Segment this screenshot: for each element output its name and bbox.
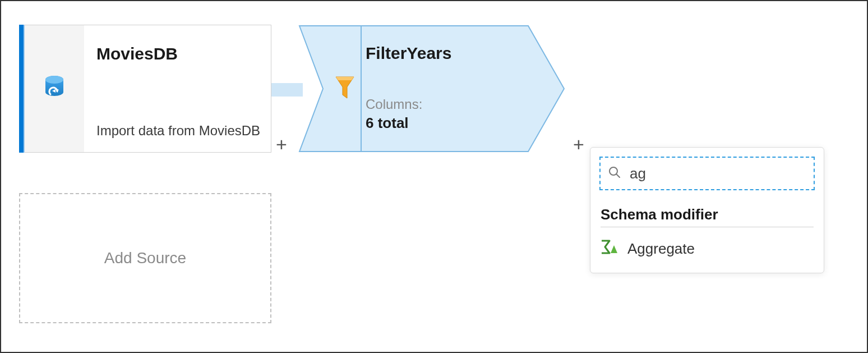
filter-node-body: FilterYears Columns: 6 total [366, 44, 526, 141]
popup-section-header: Schema modifier [601, 206, 814, 223]
aggregate-icon [601, 240, 617, 258]
add-step-after-filter-button[interactable]: + [573, 134, 584, 155]
source-node-handle [19, 25, 25, 153]
filter-columns-total: 6 total [366, 114, 526, 132]
popup-divider [601, 227, 814, 227]
database-source-icon [43, 75, 66, 102]
funnel-icon [335, 76, 355, 102]
popup-item-aggregate[interactable]: Aggregate [599, 235, 815, 263]
source-node-title: MoviesDB [96, 44, 261, 63]
svg-line-5 [616, 174, 620, 177]
filter-node-filteryears[interactable]: FilterYears Columns: 6 total [298, 25, 565, 153]
source-node-icon-column [25, 25, 84, 153]
source-node-moviesdb[interactable]: MoviesDB Import data from MoviesDB [19, 25, 271, 153]
add-transformation-popup: Schema modifier Aggregate [590, 147, 824, 273]
filter-node-title: FilterYears [366, 44, 526, 63]
add-step-after-source-button[interactable]: + [276, 134, 287, 155]
search-icon [608, 166, 621, 181]
transformation-search-input[interactable] [629, 164, 813, 183]
source-node-body: MoviesDB Import data from MoviesDB [84, 25, 271, 153]
transformation-search-box[interactable] [599, 157, 815, 190]
svg-point-1 [45, 76, 63, 84]
popup-item-label: Aggregate [627, 240, 695, 258]
filter-columns-label: Columns: [366, 97, 526, 112]
source-node-subtitle: Import data from MoviesDB [96, 123, 261, 139]
filter-node-icon-column [325, 25, 364, 153]
add-source-label: Add Source [104, 249, 186, 267]
dataflow-canvas[interactable]: MoviesDB Import data from MoviesDB + Fil… [1, 1, 867, 352]
add-source-placeholder[interactable]: Add Source [19, 193, 271, 323]
